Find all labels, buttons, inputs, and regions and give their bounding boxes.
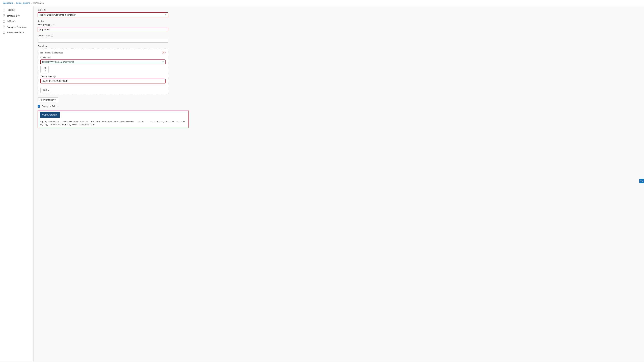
- container-card: Tomcat 8.x Remote × Credentials tomcat/*…: [38, 49, 168, 95]
- deploy-on-failure-checkbox[interactable]: [38, 105, 40, 108]
- containers-label: Containers: [38, 45, 640, 47]
- breadcrumb-pipeline[interactable]: demo_pipeline: [16, 2, 30, 4]
- output-section: 生成流水线脚本 deploy adapters: [tomcat8(creden…: [38, 110, 188, 128]
- context-path-label-text: Context path: [38, 34, 50, 37]
- container-title: Tomcat 8.x Remote: [40, 51, 63, 54]
- war-ear-help-icon[interactable]: ?: [53, 24, 55, 26]
- tomcat-url-label-text: Tomcat URL: [40, 75, 52, 78]
- floating-action-button[interactable]: 🔧: [639, 179, 644, 183]
- example-step-value: deploy: Deploy war/ear to a container: [40, 13, 76, 16]
- containers-section: Containers Tomcat 8.x Remote ×: [38, 45, 640, 102]
- container-close-button[interactable]: ×: [162, 51, 166, 54]
- chevron-down-icon: ▾: [165, 13, 166, 16]
- tomcat-url-input[interactable]: [40, 79, 166, 83]
- advanced-label: 高级: [42, 89, 47, 92]
- add-container-chevron-icon: ▾: [54, 98, 56, 101]
- question-icon-1: ?: [3, 9, 5, 11]
- sidebar: ? 步骤参考 ? 全局变量参考 ? 在线文档 ? Examples Refere…: [0, 6, 34, 362]
- container-header: Tomcat 8.x Remote ×: [40, 51, 166, 54]
- context-path-help-icon[interactable]: ?: [51, 34, 53, 37]
- add-credentials-button[interactable]: + 添加: [40, 66, 49, 73]
- add-btn-label: 添加: [44, 67, 46, 72]
- credentials-group: Credentials tomcat/****** (tomcat-Userna…: [40, 56, 166, 73]
- credentials-value: tomcat/****** (tomcat-Username): [42, 61, 74, 63]
- credentials-select[interactable]: tomcat/****** (tomcat-Username) ▾: [40, 59, 166, 64]
- deploy-label: deploy: [38, 20, 640, 22]
- example-step-group: 示例步骤 deploy: Deploy war/ear to a contain…: [38, 8, 640, 17]
- sidebar-item-examples-ref[interactable]: ? Examples Reference: [0, 24, 33, 30]
- example-step-label: 示例步骤: [38, 8, 640, 11]
- sep2: ›: [31, 2, 32, 4]
- war-ear-label: WAR/EAR files ?: [38, 24, 640, 26]
- question-icon-4: ?: [3, 26, 5, 28]
- drag-handle-icon[interactable]: [40, 52, 43, 53]
- sidebar-label-examples-ref: Examples Reference: [7, 26, 27, 28]
- war-ear-group: WAR/EAR files ?: [38, 24, 640, 32]
- output-code: deploy adapters: [tomcat8(credentialsId:…: [38, 119, 188, 128]
- advanced-chevron-icon: ▾: [48, 89, 49, 91]
- context-path-label: Context path ?: [38, 34, 640, 37]
- sidebar-item-step-ref[interactable]: ? 步骤参考: [0, 7, 33, 13]
- form-section: deploy WAR/EAR files ? Context path ? C: [38, 20, 640, 128]
- tomcat-url-help-icon[interactable]: ?: [53, 75, 56, 78]
- sep1: ›: [14, 2, 15, 4]
- tomcat-url-label: Tomcat URL ?: [40, 75, 166, 78]
- example-step-select[interactable]: deploy: Deploy war/ear to a container ▾: [38, 12, 168, 17]
- breadcrumb-dashboard[interactable]: Dashboard: [3, 2, 14, 4]
- question-icon-2: ?: [3, 14, 5, 17]
- add-icon: +: [42, 68, 44, 70]
- sidebar-item-idea-gdsl[interactable]: ? IntelliJ IDEA GDSL: [0, 30, 33, 35]
- deploy-on-failure-label: Deploy on failure: [42, 105, 58, 107]
- sidebar-label-global-var: 全局变量参考: [7, 14, 20, 17]
- generate-script-button[interactable]: 生成流水线脚本: [40, 112, 60, 118]
- add-container-label: Add Container: [40, 98, 54, 101]
- war-ear-label-text: WAR/EAR files: [38, 24, 52, 26]
- container-name: Tomcat 8.x Remote: [44, 51, 63, 54]
- context-path-group: Context path ?: [38, 34, 640, 42]
- war-ear-input[interactable]: [38, 27, 168, 32]
- deploy-on-failure-group: Deploy on failure: [38, 105, 640, 108]
- context-path-input[interactable]: [38, 38, 168, 42]
- main-content: 示例步骤 deploy: Deploy war/ear to a contain…: [34, 6, 644, 362]
- sidebar-label-online-doc: 在线文档: [7, 20, 16, 23]
- add-container-button[interactable]: Add Container ▾: [38, 97, 58, 102]
- question-icon-3: ?: [3, 20, 5, 23]
- question-icon-5: ?: [3, 31, 5, 34]
- credentials-label: Credentials: [40, 56, 166, 59]
- sidebar-item-global-var[interactable]: ? 全局变量参考: [0, 13, 33, 18]
- floating-icon: 🔧: [640, 179, 643, 183]
- breadcrumb-current: 流水线语法: [33, 1, 44, 4]
- advanced-button[interactable]: 高级 ▾: [40, 88, 51, 93]
- credentials-chevron-icon: ▾: [162, 61, 164, 63]
- sidebar-label-step-ref: 步骤参考: [7, 8, 16, 11]
- sidebar-item-online-doc[interactable]: ? 在线文档: [0, 18, 33, 24]
- breadcrumb: Dashboard › demo_pipeline › 流水线语法: [0, 0, 644, 6]
- tomcat-url-group: Tomcat URL ?: [40, 75, 166, 83]
- sidebar-label-idea-gdsl: IntelliJ IDEA GDSL: [7, 31, 25, 34]
